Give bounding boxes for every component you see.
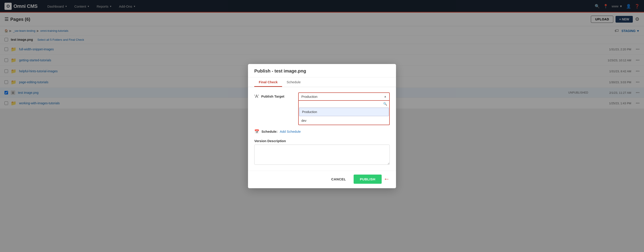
publish-target-label-group: 'A' Publish Target (254, 92, 295, 99)
tab-final-check[interactable]: Final Check (254, 77, 282, 87)
publish-target-selected[interactable]: Production ▲ (298, 92, 390, 101)
publish-modal: Publish - test image.png Final Check Sch… (248, 64, 396, 109)
publish-target-icon: 'A' (254, 94, 259, 99)
publish-target-label: Publish Target (261, 95, 284, 98)
modal-overlay[interactable]: Publish - test image.png Final Check Sch… (0, 0, 644, 109)
modal-tabs: Final Check Schedule (248, 77, 396, 87)
dropdown-search-input[interactable] (301, 102, 382, 106)
publish-target-dropdown-list: 🔍 Production dev (298, 101, 390, 109)
chevron-up-icon: ▲ (384, 95, 386, 98)
modal-title: Publish - test image.png (254, 68, 390, 74)
tab-schedule[interactable]: Schedule (282, 77, 305, 87)
modal-header: Publish - test image.png (248, 64, 396, 77)
dropdown-search: 🔍 (299, 101, 389, 107)
publish-target-dropdown: Production ▲ 🔍 Production dev (298, 92, 390, 109)
search-icon: 🔍 (383, 102, 387, 106)
dropdown-option-production[interactable]: Production (299, 108, 389, 109)
modal-body: 'A' Publish Target Production ▲ 🔍 (248, 87, 396, 109)
publish-target-row: 'A' Publish Target Production ▲ 🔍 (254, 92, 390, 109)
